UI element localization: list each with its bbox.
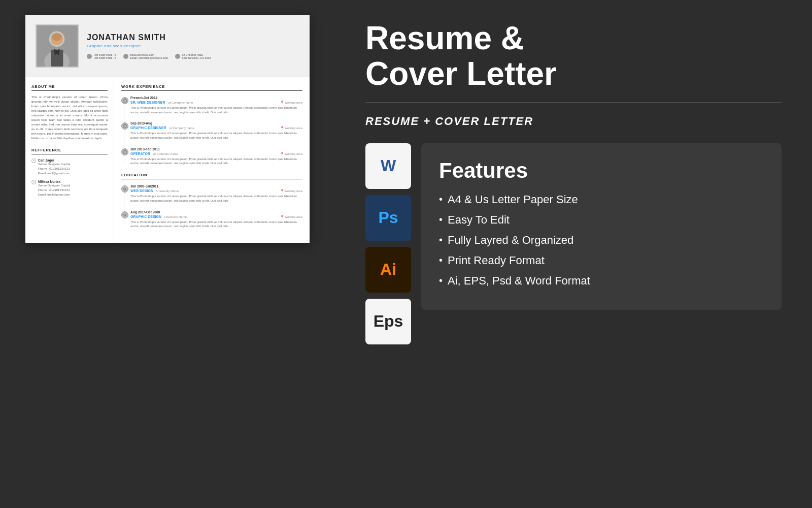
profile-photo <box>36 24 79 68</box>
candidate-name: JONATHAN SMITH <box>87 33 299 42</box>
eps-label: Eps <box>374 312 403 331</box>
about-title: ABOUT ME <box>31 84 108 91</box>
work-role-3: OPERATOR <box>130 152 150 155</box>
work-timeline: Present-Oct 2014 SR. WEB DESIGNER at Com… <box>121 96 302 166</box>
work-location-1: 📍 Working area <box>280 101 302 104</box>
location-icon <box>175 54 180 59</box>
svg-rect-11 <box>123 151 126 153</box>
left-column: ABOUT ME This is Photoshop's version of … <box>25 77 114 243</box>
edu-role-2: GRAPHIC DESIGN <box>130 215 161 218</box>
link-icon-2 <box>31 180 36 184</box>
feature-item-1: • A4 & Us Letter Paper Size <box>439 193 764 206</box>
education-section: EDUCATION Jan 2009-Jan2011 WEB DESIGN Un… <box>121 173 302 229</box>
about-text: This is Photoshop's version of Lorem Ips… <box>31 95 108 141</box>
work-item-1: Present-Oct 2014 SR. WEB DESIGNER at Com… <box>130 96 302 114</box>
feature-text-3: Fully Layred & Organized <box>448 234 573 247</box>
work-location-3: 📍 Working area <box>280 152 302 155</box>
ref-item-2: Millesa Nortex Senior Designer CapitalPh… <box>31 180 108 197</box>
edu-role-1: WEB DESIGN <box>130 189 153 193</box>
work-section: WORK EXPERIENCE Present-Oct 2014 SR. WEB… <box>121 84 302 166</box>
eps-icon-badge: Eps <box>365 299 411 344</box>
right-column: WORK EXPERIENCE Present-Oct 2014 SR. WEB… <box>114 77 310 243</box>
ref-item-1: Carl Jager Senior Designer CapitalPhone … <box>31 158 108 176</box>
name-section: JONATHAN SMITH Graphic and Web designer … <box>87 33 299 59</box>
icon-column: W Ps Ai Eps <box>365 143 411 344</box>
work-title: WORK EXPERIENCE <box>121 84 302 91</box>
bullet-5: • <box>439 275 443 287</box>
work-location-2: 📍 Working area <box>280 126 302 130</box>
ref-details-1: Carl Jager Senior Designer CapitalPhone … <box>38 158 70 176</box>
edu-desc-1: This is Photoshop's version of Lorem Ips… <box>130 194 302 203</box>
bullet-3: • <box>439 234 443 246</box>
word-label: W <box>381 156 396 175</box>
feature-item-4: • Print Ready Format <box>439 254 764 267</box>
word-icon-badge: W <box>365 143 411 189</box>
work-item-3: Jun 2013-Feb 2011 OPERATOR at Company na… <box>130 147 302 166</box>
reference-title: REFFERENCE <box>31 148 108 154</box>
ref-details-2: Millesa Nortex Senior Designer CapitalPh… <box>38 180 70 197</box>
edu-item-1: Jan 2009-Jan2011 WEB DESIGN University N… <box>130 184 302 203</box>
work-desc-3: This is Photoshop's version of Lorem Ips… <box>130 157 302 166</box>
feature-text-4: Print Ready Format <box>448 254 545 267</box>
bottom-section: W Ps Ai Eps Features • A4 & Us Letter Pa… <box>365 143 782 344</box>
email-text: www.universiel.comEmail :universiel@univ… <box>130 53 168 59</box>
ref-name-1: Carl Jager <box>38 158 70 162</box>
ps-label: Ps <box>378 208 398 227</box>
work-date-2: Sep 2013-Aug <box>130 121 302 125</box>
phone-text: +65 8198 0501 - 5+65 8198 0401 - 5 <box>93 53 116 59</box>
edu-company-2: University Name <box>164 215 187 218</box>
svg-point-8 <box>32 180 36 184</box>
work-icon-2 <box>121 122 128 130</box>
ref-name-2: Millesa Nortex <box>38 180 70 183</box>
features-box: Features • A4 & Us Letter Paper Size • E… <box>421 143 782 310</box>
contact-phone: +65 8198 0501 - 5+65 8198 0401 - 5 <box>87 53 116 59</box>
edu-location-1: 📍 Working area <box>280 189 302 193</box>
right-panel: Resume & Cover Letter RESUME + COVER LET… <box>335 0 812 508</box>
main-title: Resume & Cover Letter <box>365 20 782 92</box>
feature-text-5: Ai, EPS, Psd & Word Format <box>448 274 590 288</box>
subtitle: RESUME + COVER LETTER <box>365 115 782 128</box>
email-icon <box>123 54 128 59</box>
feature-text-2: Easy To Edit <box>448 213 510 227</box>
edu-item-2: Aug 2007-Oct 2008 GRAPHIC DESIGN Univers… <box>130 210 302 229</box>
resume-body: ABOUT ME This is Photoshop's version of … <box>25 77 310 243</box>
work-role-1: SR. WEB DESIGNER <box>130 101 165 104</box>
feature-item-5: • Ai, EPS, Psd & Word Format <box>439 274 764 288</box>
work-desc-1: This is Photoshop's version of Lorem Ips… <box>130 106 302 114</box>
work-company-1: at Company name <box>168 101 193 104</box>
contact-row: +65 8198 0501 - 5+65 8198 0401 - 5 www.u… <box>87 53 299 59</box>
edu-location-2: 📍 Working area <box>280 215 302 218</box>
feature-item-2: • Easy To Edit <box>439 213 764 227</box>
contact-location: 32 Cheditor road,San francisco, CA 1001 <box>175 53 211 59</box>
reference-section: REFFERENCE Carl Jager Senior Designer Ca… <box>31 148 108 197</box>
work-date-3: Jun 2013-Feb 2011 <box>130 147 302 151</box>
resume-preview: JONATHAN SMITH Graphic and Web designer … <box>25 15 310 243</box>
edu-icon-2 <box>121 211 128 218</box>
ps-icon-badge: Ps <box>365 195 411 241</box>
contact-email: www.universiel.comEmail :universiel@univ… <box>123 53 168 59</box>
svg-point-6 <box>52 33 61 41</box>
edu-date-2: Aug 2007-Oct 2008 <box>130 210 302 214</box>
feature-text-1: A4 & Us Letter Paper Size <box>448 193 578 206</box>
title-line1: Resume & <box>365 20 782 56</box>
candidate-title: Graphic and Web designer <box>87 44 299 48</box>
feature-item-3: • Fully Layred & Organized <box>439 234 764 247</box>
work-company-2: at Company name <box>170 126 194 130</box>
svg-point-7 <box>32 159 36 163</box>
work-role-2: GRAPHIC DESIGNER <box>130 126 166 130</box>
work-date-1: Present-Oct 2014 <box>130 96 302 100</box>
location-text: 32 Cheditor road,San francisco, CA 1001 <box>182 53 211 59</box>
education-timeline: Jan 2009-Jan2011 WEB DESIGN University N… <box>121 184 302 229</box>
work-desc-2: This is Photoshop's version of Lorem Ips… <box>130 131 302 140</box>
features-title: Features <box>439 158 764 183</box>
work-company-3: at Company name <box>153 152 178 155</box>
ai-icon-badge: Ai <box>365 247 411 293</box>
edu-date-1: Jan 2009-Jan2011 <box>130 184 302 188</box>
work-item-2: Sep 2013-Aug GRAPHIC DESIGNER at Company… <box>130 121 302 140</box>
bullet-1: • <box>439 194 443 205</box>
left-panel: JONATHAN SMITH Graphic and Web designer … <box>0 0 335 508</box>
work-icon-3 <box>121 148 128 155</box>
ai-label: Ai <box>380 260 396 279</box>
phone-icon <box>87 54 92 59</box>
edu-desc-2: This is Photoshop's version of Lorem Ips… <box>130 220 302 229</box>
